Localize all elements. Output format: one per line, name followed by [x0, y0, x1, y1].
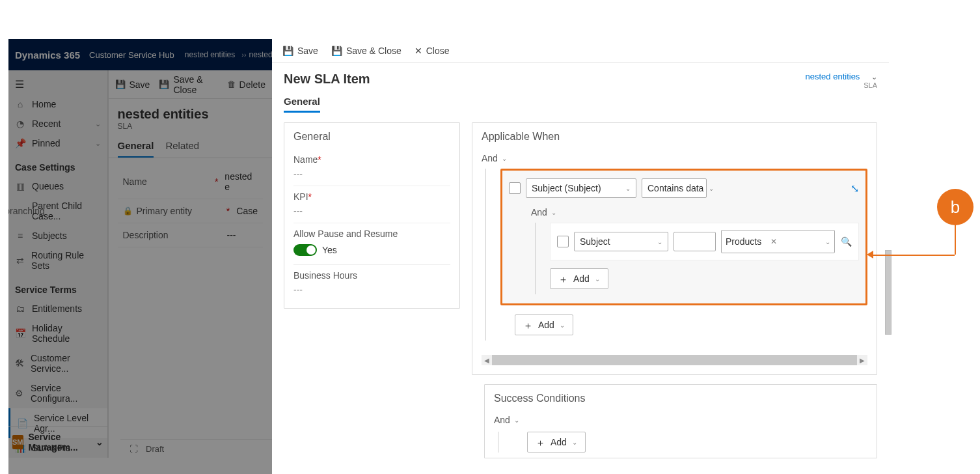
plus-icon: ＋ — [536, 438, 545, 447]
chevron-down-icon: ⌄ — [560, 322, 565, 329]
root-group-operator[interactable]: And⌄ — [482, 150, 867, 166]
lock-icon: 🔒 — [123, 206, 133, 216]
nav-pinned[interactable]: 📌Pinned⌄ — [8, 133, 107, 153]
service-icon: 🛠 — [15, 358, 24, 369]
chevron-down-icon: ⌄ — [96, 437, 103, 447]
chevron-down-icon: ⌄ — [703, 185, 714, 192]
success-conditions-section: Success Conditions And⌄ ＋Add⌄ — [484, 384, 877, 458]
nav-home[interactable]: ⌂Home — [8, 94, 107, 114]
bg-desc-label: Description — [123, 230, 169, 240]
scroll-left-icon[interactable]: ◀ — [482, 355, 492, 365]
nav-queues[interactable]: ▥Queues — [8, 176, 107, 196]
nav-routing[interactable]: ⇄Routing Rule Sets — [8, 245, 107, 275]
search-icon[interactable]: 🔍 — [840, 236, 852, 247]
add-condition-button[interactable]: ＋Add⌄ — [515, 314, 573, 335]
bg-tab-related[interactable]: Related — [165, 140, 199, 158]
entitlements-icon: 🗂 — [15, 303, 25, 314]
save-icon: 💾 — [282, 46, 293, 56]
bg-tab-general[interactable]: General — [118, 140, 154, 158]
operator-select-contains-data[interactable]: Contains data⌄ — [642, 178, 707, 198]
breadcrumb-item[interactable]: nested entities — [185, 50, 235, 59]
operator-select-inner[interactable] — [674, 232, 716, 251]
bg-delete-button[interactable]: 🗑Delete — [227, 79, 265, 90]
remove-tag-icon[interactable]: ✕ — [770, 237, 777, 246]
header-breadcrumb[interactable]: nested entities ⌄ SLA — [806, 72, 877, 89]
save-button[interactable]: 💾Save — [282, 46, 318, 56]
side-navigation: ☰ ⌂Home ◔Recent⌄ 📌Pinned⌄ Case Settings … — [8, 70, 108, 458]
collapse-icon[interactable]: ⤡ — [851, 182, 859, 195]
nav-section-case-settings: Case Settings — [8, 153, 107, 176]
inner-group-operator[interactable]: And⌄ — [531, 204, 859, 220]
allow-pause-value: Yes — [322, 245, 337, 255]
parent-entity-label: SLA — [806, 81, 877, 89]
save-close-icon: 💾 — [331, 46, 342, 56]
close-button[interactable]: ✕Close — [415, 46, 450, 56]
nav-recent[interactable]: ◔Recent⌄ — [8, 114, 107, 133]
annotation-badge: b — [937, 189, 973, 225]
general-section-title: General — [284, 123, 459, 146]
value-tag-products: Products — [726, 236, 761, 247]
chevron-right-icon: ›› — [241, 51, 246, 59]
allow-pause-label: Allow Pause and Resume — [293, 229, 450, 239]
nav-section-service-terms: Service Terms — [8, 275, 107, 299]
name-field[interactable]: --- — [293, 169, 450, 179]
bg-save-button[interactable]: 💾Save — [115, 79, 150, 90]
kpi-label: KPI — [293, 191, 308, 202]
bg-page-title: nested entities — [118, 107, 264, 122]
hamburger-icon[interactable]: ☰ — [8, 74, 107, 94]
chevron-down-icon[interactable]: ⌄ — [871, 73, 877, 81]
annotation-arrow-icon — [867, 251, 873, 258]
nav-parent-child[interactable]: �branchingParent Child Case... — [8, 196, 107, 226]
bg-primary-label: Primary entity — [137, 206, 193, 216]
area-switcher[interactable]: SM Service Managem... ⌄ — [8, 426, 107, 458]
add-success-condition-button[interactable]: ＋Add⌄ — [527, 432, 586, 453]
parent-record-link[interactable]: nested entities — [806, 72, 860, 81]
field-select-subject-inner[interactable]: Subject⌄ — [574, 232, 668, 251]
field-select-subject[interactable]: Subject (Subject)⌄ — [526, 178, 636, 198]
condition-checkbox[interactable] — [557, 236, 569, 247]
quick-create-panel: 💾Save 💾Save & Close ✕Close New SLA Item … — [272, 39, 889, 474]
nav-holiday[interactable]: 📅Holiday Schedule — [8, 318, 107, 348]
nav-entitlements[interactable]: 🗂Entitlements — [8, 299, 107, 318]
nav-subjects[interactable]: ≡Subjects — [8, 226, 107, 245]
tab-general[interactable]: General — [284, 96, 320, 113]
breadcrumb-item[interactable]: nested entities — [249, 50, 272, 59]
chevron-down-icon: ⌄ — [551, 209, 556, 216]
business-hours-field[interactable]: --- — [293, 285, 450, 295]
allow-pause-toggle[interactable] — [293, 244, 317, 256]
service-management-badge: SM — [12, 435, 23, 449]
expand-icon[interactable]: ⛶ — [129, 444, 138, 454]
bg-name-label: Name — [123, 176, 147, 187]
bg-status-bar: ⛶ Draft — [120, 439, 272, 458]
hub-name: Customer Service Hub — [89, 50, 174, 60]
background-dimmed-ui: Dynamics 365 Customer Service Hub nested… — [8, 39, 272, 474]
scroll-right-icon[interactable]: ▶ — [857, 355, 867, 365]
background-command-bar: 💾Save 💾Save & Close 🗑Delete — [109, 70, 273, 99]
success-root-group-operator[interactable]: And⌄ — [494, 412, 867, 428]
required-indicator: * — [308, 191, 312, 202]
add-condition-button-inner[interactable]: ＋Add⌄ — [550, 268, 608, 289]
bg-save-close-button[interactable]: 💾Save & Close — [159, 74, 217, 95]
condition-checkbox[interactable] — [509, 182, 521, 194]
kpi-field[interactable]: --- — [293, 206, 450, 216]
required-indicator: * — [215, 176, 218, 187]
bg-name-value[interactable]: nested e — [225, 171, 258, 192]
nav-service-config[interactable]: ⚙Service Configura... — [8, 378, 107, 408]
value-lookup-input[interactable]: Products✕ ⌄ — [721, 230, 835, 253]
status-draft: Draft — [146, 444, 164, 454]
vertical-scrollbar[interactable] — [885, 250, 892, 335]
nav-customer-service[interactable]: 🛠Customer Service... — [8, 348, 107, 378]
horizontal-scrollbar[interactable]: ◀ ▶ — [482, 355, 867, 365]
bg-desc-value[interactable]: --- — [227, 230, 236, 240]
chevron-down-icon: ⌄ — [514, 417, 519, 424]
scroll-thumb[interactable] — [492, 355, 857, 365]
save-icon: 💾 — [115, 79, 126, 89]
chevron-down-icon: ⌄ — [95, 120, 101, 128]
chevron-down-icon: ⌄ — [572, 439, 577, 446]
save-close-button[interactable]: 💾Save & Close — [331, 46, 402, 56]
name-label: Name — [293, 154, 318, 165]
business-hours-label: Business Hours — [293, 270, 450, 281]
pin-icon: 📌 — [15, 138, 25, 148]
required-indicator: * — [318, 154, 321, 165]
general-section: General Name* --- KPI* --- Allow Pause a… — [284, 122, 460, 309]
